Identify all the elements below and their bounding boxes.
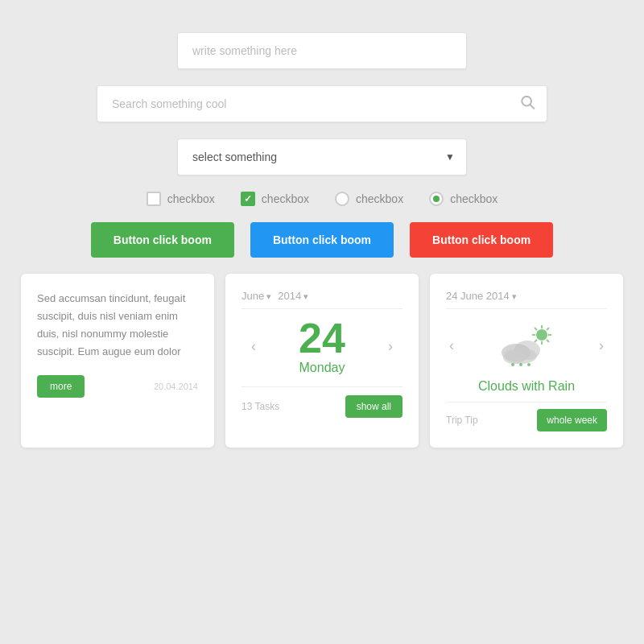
search-button[interactable] — [519, 94, 535, 114]
checkbox-item-1[interactable]: checkbox — [147, 192, 215, 206]
text-input[interactable] — [177, 32, 467, 69]
weather-icon-area — [454, 322, 599, 369]
text-card-footer: more 20.04.2014 — [37, 375, 198, 398]
tasks-count: 13 Tasks — [242, 401, 279, 412]
search-bar-wrapper — [97, 85, 547, 122]
show-all-button[interactable]: show all — [345, 395, 402, 418]
calendar-header: June 2014 — [242, 290, 402, 309]
text-card: Sed accumsan tincidunt, feugait suscipit… — [21, 274, 214, 448]
calendar-month[interactable]: June — [242, 290, 271, 302]
svg-line-9 — [547, 328, 549, 330]
calendar-next-arrow[interactable]: › — [385, 335, 396, 358]
select-wrapper: select somethingOption 1Option 2Option 3… — [177, 138, 467, 175]
cards-row: Sed accumsan tincidunt, feugait suscipit… — [16, 274, 628, 448]
weather-next-arrow[interactable]: › — [599, 337, 604, 354]
checkbox-item-2[interactable]: checkbox — [241, 192, 309, 206]
weather-footer: Trip Tip whole week — [446, 402, 607, 431]
svg-line-1 — [530, 105, 535, 109]
checkbox-2[interactable] — [241, 192, 255, 206]
radio-button-4[interactable] — [429, 192, 444, 206]
whole-week-button[interactable]: whole week — [537, 409, 607, 431]
svg-point-14 — [503, 351, 526, 364]
weather-date[interactable]: 24 June 2014 — [446, 290, 517, 302]
calendar-prev-arrow[interactable]: ‹ — [248, 335, 259, 358]
svg-point-17 — [527, 363, 530, 366]
search-input[interactable] — [97, 86, 547, 122]
select-dropdown[interactable]: select somethingOption 1Option 2Option 3 — [178, 139, 466, 175]
checkbox-1[interactable] — [147, 192, 161, 206]
svg-point-15 — [511, 363, 514, 366]
cloud-sun-icon — [498, 322, 555, 366]
text-card-date: 20.04.2014 — [154, 382, 198, 391]
svg-line-10 — [535, 340, 537, 342]
main-container: select somethingOption 1Option 2Option 3… — [16, 32, 628, 448]
calendar-day-number: 24 — [299, 317, 345, 359]
svg-line-7 — [535, 328, 537, 330]
calendar-day-name: Monday — [299, 361, 345, 375]
checkbox-label-4: checkbox — [450, 192, 497, 205]
search-icon — [519, 94, 535, 110]
calendar-footer: 13 Tasks show all — [242, 386, 402, 418]
checkbox-item-3[interactable]: checkbox — [335, 192, 403, 206]
calendar-month-year: June 2014 — [242, 290, 308, 302]
weather-card: 24 June 2014 ‹ — [430, 274, 623, 448]
calendar-card: June 2014 ‹ 24 Monday › 13 Tasks show al… — [225, 274, 419, 448]
checkbox-item-4[interactable]: checkbox — [429, 192, 497, 206]
text-card-body: Sed accumsan tincidunt, feugait suscipit… — [37, 290, 198, 361]
svg-point-16 — [519, 363, 522, 366]
buttons-row: Button click boom Button click boom Butt… — [91, 222, 553, 258]
button-blue[interactable]: Button click boom — [250, 222, 394, 258]
calendar-day-area: 24 Monday — [299, 317, 345, 375]
calendar-year[interactable]: 2014 — [278, 290, 308, 302]
checkboxes-row: checkbox checkbox checkbox checkbox — [147, 192, 498, 206]
weather-title: Clouds with Rain — [446, 379, 607, 394]
checkbox-label-3: checkbox — [356, 192, 403, 205]
more-button[interactable]: more — [37, 375, 85, 398]
checkbox-label-2: checkbox — [262, 192, 309, 205]
checkbox-label-1: checkbox — [167, 192, 215, 205]
trip-tip-label: Trip Tip — [446, 415, 478, 426]
button-green[interactable]: Button click boom — [91, 222, 234, 258]
button-red[interactable]: Button click boom — [410, 222, 553, 258]
checkbox-3[interactable] — [335, 192, 349, 206]
svg-line-8 — [547, 340, 549, 342]
calendar-nav: ‹ 24 Monday › — [242, 317, 402, 375]
weather-nav: ‹ — [446, 316, 607, 376]
svg-point-2 — [536, 329, 547, 341]
weather-header: 24 June 2014 — [446, 290, 607, 309]
